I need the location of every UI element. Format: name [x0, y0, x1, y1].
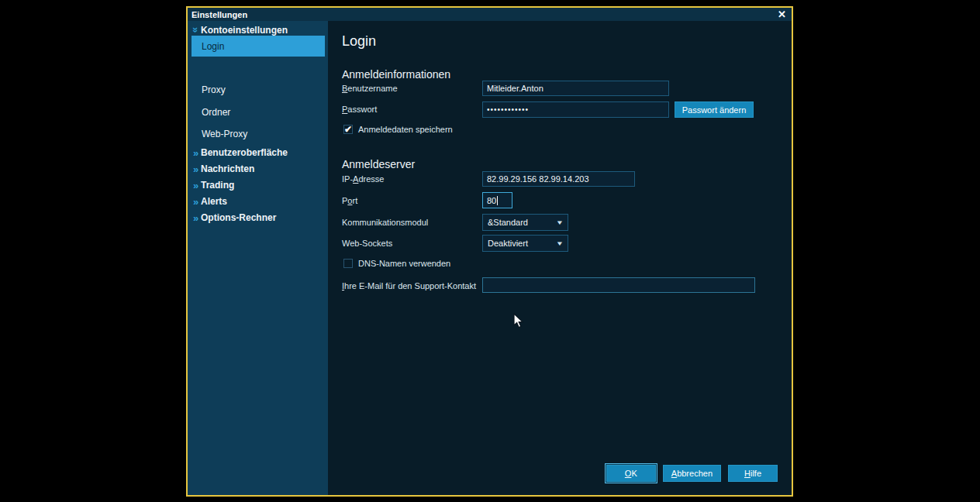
- nav-group-alerts[interactable]: » Alerts: [188, 194, 328, 209]
- web-sockets-dropdown[interactable]: Deaktiviert ▼: [482, 235, 568, 252]
- close-icon[interactable]: ✕: [778, 8, 786, 21]
- dialog-title: Einstellungen: [188, 10, 247, 19]
- change-password-button[interactable]: Passwort ändern: [675, 101, 754, 118]
- dialog-footer: OK Abbrechen Hilfe: [606, 465, 778, 482]
- nav-group-label: Nachrichten: [201, 163, 254, 174]
- chevron-right-icon: »: [191, 196, 201, 208]
- web-sockets-label: Web-Sockets: [342, 239, 392, 248]
- username-label: Benutzername: [342, 84, 398, 93]
- ip-address-input[interactable]: [482, 171, 635, 187]
- page-title: Login: [342, 33, 376, 50]
- dns-names-label: DNS-Namen verwenden: [358, 259, 450, 268]
- nav-item-label: Web-Proxy: [202, 129, 247, 139]
- settings-nav: » Kontoeinstellungen Login Proxy Ordner …: [188, 21, 328, 495]
- desktop-background: Einstellungen ✕ » Kontoeinstellungen Log…: [0, 0, 980, 502]
- chevron-right-icon: »: [191, 147, 201, 159]
- ip-address-label: IP-Adresse: [342, 174, 384, 184]
- nav-item-web-proxy[interactable]: Web-Proxy: [188, 126, 328, 143]
- chevron-right-icon: »: [191, 180, 201, 191]
- section-heading-anmeldeserver: Anmeldeserver: [342, 158, 415, 170]
- settings-dialog: Einstellungen ✕ » Kontoeinstellungen Log…: [186, 6, 793, 497]
- text-caret: [497, 196, 498, 205]
- nav-group-label: Kontoeinstellungen: [201, 25, 288, 36]
- nav-group-label: Trading: [201, 180, 234, 191]
- nav-item-label: Ordner: [202, 107, 230, 118]
- chevron-down-icon: »: [190, 25, 202, 35]
- username-input[interactable]: [482, 81, 669, 96]
- support-email-input[interactable]: [482, 277, 755, 293]
- settings-content: Login Anmeldeinformationen Benutzername …: [328, 21, 792, 495]
- port-input[interactable]: 80: [482, 192, 512, 208]
- chevron-down-icon: ▼: [556, 240, 564, 247]
- nav-group-label: Benutzeroberfläche: [201, 147, 288, 158]
- dns-names-checkbox[interactable]: DNS-Namen verwenden: [343, 259, 450, 268]
- section-heading-anmeldeinformationen: Anmeldeinformationen: [342, 68, 450, 81]
- dropdown-value: Deaktiviert: [488, 239, 528, 248]
- dialog-titlebar[interactable]: Einstellungen ✕: [188, 8, 792, 21]
- nav-item-proxy[interactable]: Proxy: [188, 81, 328, 98]
- nav-group-nachrichten[interactable]: » Nachrichten: [188, 161, 328, 177]
- nav-item-login[interactable]: Login: [192, 36, 325, 57]
- checkbox-checked-icon[interactable]: ✔: [343, 125, 353, 134]
- remember-credentials-checkbox[interactable]: ✔ Anmeldedaten speichern: [343, 125, 453, 134]
- nav-group-label: Alerts: [201, 196, 227, 207]
- nav-item-ordner[interactable]: Ordner: [188, 104, 328, 121]
- port-label: Port: [342, 196, 357, 205]
- password-label: Passwort: [342, 105, 377, 114]
- checkbox-unchecked-icon[interactable]: [343, 259, 353, 268]
- password-input[interactable]: [482, 101, 669, 118]
- cancel-button[interactable]: Abbrechen: [663, 465, 721, 482]
- dropdown-value: &Standard: [488, 218, 528, 227]
- nav-group-trading[interactable]: » Trading: [188, 177, 328, 193]
- chevron-right-icon: »: [191, 212, 201, 224]
- chevron-right-icon: »: [191, 163, 201, 175]
- communication-module-label: Kommunikationsmodul: [342, 218, 428, 227]
- chevron-down-icon: ▼: [556, 219, 564, 226]
- nav-item-label: Login: [202, 41, 224, 52]
- remember-credentials-label: Anmeldedaten speichern: [358, 125, 453, 134]
- nav-group-options-rechner[interactable]: » Options-Rechner: [188, 210, 328, 225]
- help-button[interactable]: Hilfe: [728, 465, 778, 482]
- nav-group-benutzeroberflaeche[interactable]: » Benutzeroberfläche: [188, 145, 328, 160]
- ok-button[interactable]: OK: [606, 465, 656, 482]
- nav-item-label: Proxy: [202, 84, 226, 95]
- nav-group-label: Options-Rechner: [201, 212, 276, 223]
- support-email-label: Ihre E-Mail für den Support-Kontakt: [342, 281, 476, 291]
- communication-module-dropdown[interactable]: &Standard ▼: [482, 214, 568, 231]
